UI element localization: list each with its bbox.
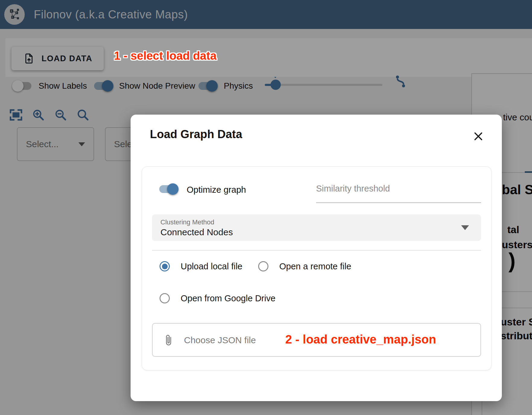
radio-open-remote-file[interactable]: Open a remote file [258, 261, 351, 271]
load-graph-data-dialog: Load Graph Data Optimize graph Similarit… [131, 115, 502, 401]
radio-selected-icon [160, 261, 170, 271]
annotation-step1: 1 - select load data [114, 49, 217, 62]
choose-json-file-input[interactable]: Choose JSON file 2 - load creative_map.j… [152, 323, 481, 357]
clustering-method-label: Clustering Method [160, 218, 214, 226]
chevron-down-icon [461, 225, 469, 230]
divider [152, 250, 481, 251]
annotation-step2: 2 - load creative_map.json [285, 333, 436, 346]
radio-upload-local-file[interactable]: Upload local file [160, 261, 242, 271]
close-icon [473, 131, 484, 142]
radio-unselected-icon [160, 293, 170, 303]
dialog-title: Load Graph Data [150, 128, 242, 141]
clustering-method-select[interactable]: Clustering Method Connected Nodes [152, 214, 481, 241]
radio-unselected-icon [258, 261, 268, 271]
field-underline [316, 202, 481, 203]
close-button[interactable] [472, 130, 485, 143]
radio-open-google-drive-label: Open from Google Drive [181, 293, 275, 303]
optimize-graph-toggle[interactable] [159, 184, 178, 194]
paperclip-icon [163, 334, 174, 347]
similarity-threshold-field[interactable]: Similarity threshold [316, 184, 481, 194]
clustering-method-value: Connected Nodes [160, 227, 233, 237]
radio-open-remote-file-label: Open a remote file [279, 261, 351, 271]
choose-json-file-label: Choose JSON file [184, 335, 256, 345]
radio-open-google-drive[interactable]: Open from Google Drive [160, 293, 275, 303]
load-options-card: Optimize graph Similarity threshold Clus… [142, 166, 492, 370]
optimize-graph-label: Optimize graph [187, 185, 246, 195]
radio-upload-local-file-label: Upload local file [181, 261, 242, 271]
similarity-threshold-placeholder: Similarity threshold [316, 184, 481, 194]
